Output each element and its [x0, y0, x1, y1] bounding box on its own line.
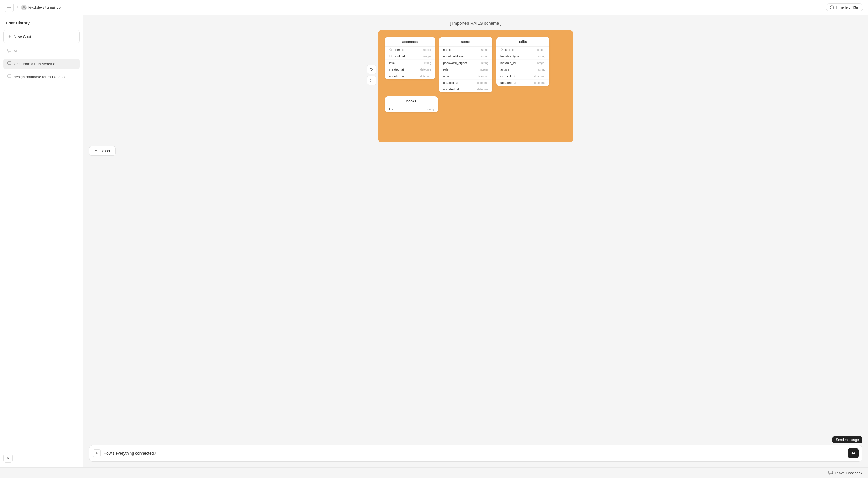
table-row: password_digest string	[439, 60, 492, 66]
table-edits: edits leaf_id integer leafable_typ	[496, 37, 549, 86]
sidebar-toggle-button[interactable]	[5, 3, 14, 12]
svg-rect-8	[829, 471, 833, 474]
chat-input-area: Send message + ↵	[83, 433, 868, 467]
table-name-edits: edits	[496, 37, 549, 47]
main-layout: Chat History + New Chat hi Chat from a r…	[0, 15, 868, 467]
svg-rect-0	[7, 6, 11, 6]
table-row: leafable_id integer	[496, 60, 549, 66]
plus-icon: +	[95, 451, 98, 456]
diagram-canvas: accesses user_id integer	[378, 30, 573, 142]
expand-tool-button[interactable]	[367, 76, 376, 85]
table-users: users name string email_address string	[439, 37, 492, 92]
sidebar-title: Chat History	[3, 20, 80, 28]
plus-icon: +	[8, 34, 11, 40]
table-row: updated_at datetime	[385, 73, 435, 79]
table-name-books: books	[385, 96, 438, 106]
schema-title: [ Imported RAILS schema ]	[450, 21, 501, 26]
timer-display: Time left: 43m	[826, 3, 863, 11]
sidebar-item-music-app[interactable]: design database for music app ...	[3, 71, 80, 82]
content-area: [ Imported RAILS schema ]	[83, 15, 868, 467]
user-info: kiv.d.dev@gmail.com	[21, 5, 64, 10]
svg-rect-2	[7, 9, 11, 9]
export-label: Export	[99, 149, 110, 153]
table-row: updated_at datetime	[496, 80, 549, 86]
chat-bubble-active-icon	[7, 61, 11, 66]
table-row: updated_at datetime	[439, 86, 492, 92]
table-row: leafable_type string	[496, 53, 549, 60]
table-row: email_address string	[439, 53, 492, 60]
table-row: created_at datetime	[496, 73, 549, 80]
sidebar-bottom: ☀	[3, 450, 80, 463]
send-message-tooltip-label: Send message	[832, 437, 862, 443]
add-attachment-button[interactable]: +	[93, 449, 101, 457]
svg-rect-6	[8, 62, 11, 64]
sidebar-item-hi[interactable]: hi	[3, 46, 80, 56]
clock-icon	[830, 5, 834, 9]
theme-toggle-button[interactable]: ☀	[3, 454, 12, 463]
table-row: active boolean	[439, 73, 492, 80]
chat-item-label: Chat from a rails schema	[14, 62, 55, 66]
diagram-wrapper: accesses user_id integer	[378, 30, 573, 142]
send-button[interactable]: ↵	[848, 448, 859, 458]
diagram-controls	[367, 65, 376, 85]
feedback-icon	[828, 471, 833, 475]
chat-bubble-icon	[7, 74, 11, 79]
table-row: title string	[385, 106, 438, 112]
input-container: + ↵	[89, 445, 862, 461]
leave-feedback-button[interactable]: Leave Feedback	[828, 471, 862, 475]
new-chat-label: New Chat	[14, 34, 31, 39]
user-email: kiv.d.dev@gmail.com	[28, 5, 64, 9]
send-tooltip: Send message	[89, 437, 862, 443]
sun-icon: ☀	[6, 456, 10, 460]
topbar: / kiv.d.dev@gmail.com Time left: 43m	[0, 0, 868, 15]
chat-item-label: design database for music app ...	[14, 74, 69, 79]
table-row: level string	[385, 60, 435, 66]
table-accesses: accesses user_id integer	[385, 37, 435, 79]
chat-bubble-icon	[7, 49, 11, 53]
user-avatar-icon	[21, 5, 27, 10]
table-books: books title string	[385, 96, 438, 112]
table-row: role integer	[439, 66, 492, 73]
table-row: user_id integer	[385, 47, 435, 53]
send-arrow-icon: ↵	[851, 450, 856, 456]
sidebar: Chat History + New Chat hi Chat from a r…	[0, 15, 83, 467]
breadcrumb-separator: /	[17, 4, 18, 10]
table-row: book_id integer	[385, 53, 435, 60]
table-row: action string	[496, 66, 549, 73]
table-row: leaf_id integer	[496, 47, 549, 53]
cursor-tool-button[interactable]	[367, 65, 376, 74]
schema-area: [ Imported RAILS schema ]	[83, 15, 868, 433]
new-chat-button[interactable]: + New Chat	[3, 30, 80, 43]
timer-label: Time left: 43m	[836, 5, 859, 9]
chat-input[interactable]	[104, 451, 845, 456]
svg-rect-5	[8, 49, 11, 51]
sparkle-icon: ✦	[94, 149, 98, 153]
chat-item-label: hi	[14, 49, 17, 53]
table-row: created_at datetime	[439, 80, 492, 86]
table-name-accesses: accesses	[385, 37, 435, 47]
export-button[interactable]: ✦ Export	[89, 146, 116, 156]
table-name-users: users	[439, 37, 492, 47]
table-row: name string	[439, 47, 492, 53]
svg-rect-7	[8, 74, 11, 77]
footer: Leave Feedback	[0, 467, 868, 478]
sidebar-item-rails-schema[interactable]: Chat from a rails schema	[3, 59, 80, 69]
leave-feedback-label: Leave Feedback	[835, 471, 862, 475]
table-row: created_at datetime	[385, 66, 435, 73]
svg-rect-1	[7, 7, 11, 8]
